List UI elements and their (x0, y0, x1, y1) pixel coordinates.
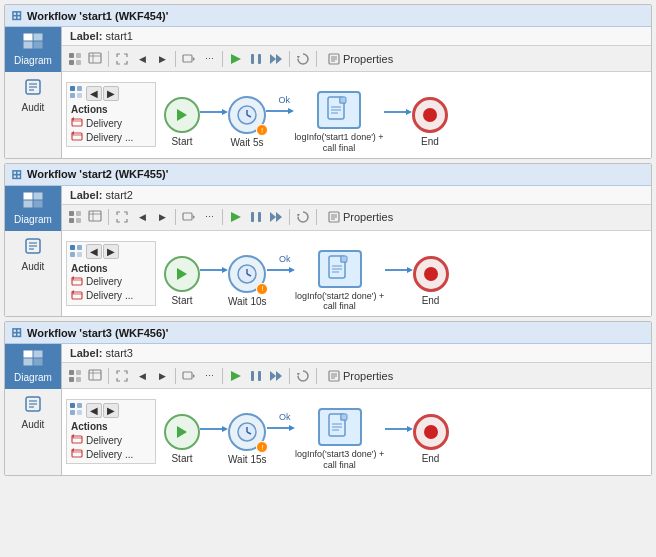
fit-btn-0[interactable] (113, 50, 131, 68)
clock-icon-0 (236, 104, 258, 126)
svg-rect-114 (69, 377, 74, 382)
more-btn-1[interactable]: ⋯ (200, 208, 218, 226)
pause-btn-0[interactable] (247, 50, 265, 68)
select-btn-0[interactable] (66, 50, 84, 68)
exec-btn-1[interactable] (227, 208, 245, 226)
arrow-svg-1-1 (200, 265, 228, 275)
list-item-text-2-0: Delivery (86, 435, 122, 446)
list-item-0-1[interactable]: Delivery ... (69, 130, 153, 144)
svg-rect-104 (24, 351, 32, 357)
move-btn-1[interactable] (180, 208, 198, 226)
node-wait-2-1[interactable]: ! Wait 15s (228, 398, 267, 465)
tab-diagram-0[interactable]: Diagram (5, 27, 61, 72)
fit-btn-2[interactable] (113, 367, 131, 385)
wait-badge-2: ! (256, 441, 268, 453)
refresh-btn-2[interactable] (294, 367, 312, 385)
list-item-2-0[interactable]: Delivery (69, 433, 153, 447)
play-icon-0 (174, 107, 190, 123)
svg-rect-12 (89, 53, 101, 63)
list-panel-2: ◀ ▶ Actions Delivery (66, 399, 156, 464)
start-circle-0[interactable] (164, 97, 200, 133)
list-nav-right-0[interactable]: ▶ (103, 86, 119, 101)
end-circle-2[interactable] (413, 414, 449, 450)
select-btn-2[interactable] (66, 367, 84, 385)
node-start-2-0[interactable]: Start (164, 399, 200, 464)
list-item-2-1[interactable]: Delivery ... (69, 447, 153, 461)
move-btn-2[interactable] (180, 367, 198, 385)
node-action-1-2[interactable]: logInfo('start2 done') + call final (295, 235, 385, 313)
tab-diagram-1[interactable]: Diagram (5, 186, 61, 231)
node-action-2-2[interactable]: logInfo('start3 done') + call final (295, 393, 385, 471)
node-wait-1-1[interactable]: ! Wait 10s (228, 240, 267, 307)
action-rect-1[interactable] (318, 250, 362, 288)
properties-btn-1[interactable]: Properties (321, 208, 400, 226)
wait-circle-0[interactable]: ! (228, 96, 266, 134)
nav-left-btn-0[interactable]: ◀ (133, 50, 151, 68)
node-start-1-0[interactable]: Start (164, 241, 200, 306)
list-item-1-1[interactable]: Delivery ... (69, 289, 153, 303)
node-start-0-0[interactable]: Start (164, 82, 200, 147)
node-end-2-3[interactable]: End (413, 399, 449, 464)
properties-btn-2[interactable]: Properties (321, 367, 400, 385)
workflow-header-0: ⊞ Workflow 'start1 (WKF454)' (5, 5, 651, 27)
more-btn-2[interactable]: ⋯ (200, 367, 218, 385)
node-action-0-2[interactable]: logInfo('start1 done') + call final (294, 76, 384, 154)
end-inner-0 (423, 108, 437, 122)
arrow-label-0-2: Ok (278, 95, 294, 105)
wait-circle-2[interactable]: ! (228, 413, 266, 451)
zoom-btn-2[interactable] (86, 367, 104, 385)
refresh-btn-1[interactable] (294, 208, 312, 226)
list-nav-left-1[interactable]: ◀ (86, 244, 102, 259)
stepbtn-1[interactable] (267, 208, 285, 226)
action-rect-2[interactable] (318, 408, 362, 446)
zoom-btn-1[interactable] (86, 208, 104, 226)
arrow-0-2: Ok (266, 95, 294, 116)
zoom-btn-0[interactable] (86, 50, 104, 68)
move-btn-0[interactable] (180, 50, 198, 68)
end-inner-1 (424, 267, 438, 281)
exec-btn-0[interactable] (227, 50, 245, 68)
workflow-header-1: ⊞ Workflow 'start2 (WKF455)' (5, 164, 651, 186)
stepbtn-0[interactable] (267, 50, 285, 68)
list-nav-right-2[interactable]: ▶ (103, 403, 119, 418)
nav-left-btn-1[interactable]: ◀ (133, 208, 151, 226)
list-nav-right-1[interactable]: ▶ (103, 244, 119, 259)
right-panel-0: Label: start1 ◀ ▶ ⋯ (62, 27, 651, 158)
list-item-0-0[interactable]: Delivery (69, 116, 153, 130)
fit-btn-1[interactable] (113, 208, 131, 226)
nav-left-btn-2[interactable]: ◀ (133, 367, 151, 385)
pause-btn-2[interactable] (247, 367, 265, 385)
start-circle-2[interactable] (164, 414, 200, 450)
action-rect-0[interactable] (317, 91, 361, 129)
label-key-1: Label: (70, 189, 102, 201)
nav-right-btn-1[interactable]: ▶ (153, 208, 171, 226)
node-end-1-3[interactable]: End (413, 241, 449, 306)
list-item-1-0[interactable]: Delivery (69, 275, 153, 289)
nav-right-btn-2[interactable]: ▶ (153, 367, 171, 385)
select-btn-1[interactable] (66, 208, 84, 226)
nav-right-btn-0[interactable]: ▶ (153, 50, 171, 68)
list-nav-1: ◀ ▶ (86, 244, 119, 259)
refresh-btn-0[interactable] (294, 50, 312, 68)
tab-audit-0[interactable]: Audit (5, 72, 61, 119)
start-circle-1[interactable] (164, 256, 200, 292)
tab-audit-2[interactable]: Audit (5, 389, 61, 436)
list-nav-left-2[interactable]: ◀ (86, 403, 102, 418)
stepbtn-2[interactable] (267, 367, 285, 385)
tab-audit-1[interactable]: Audit (5, 231, 61, 278)
diagram-area-0: ◀ ▶ Actions Delivery (62, 72, 651, 158)
svg-rect-9 (76, 53, 81, 58)
exec-btn-2[interactable] (227, 367, 245, 385)
svg-rect-2 (24, 42, 32, 48)
more-btn-0[interactable]: ⋯ (200, 50, 218, 68)
node-end-0-3[interactable]: End (412, 82, 448, 147)
end-circle-1[interactable] (413, 256, 449, 292)
end-circle-0[interactable] (412, 97, 448, 133)
properties-btn-0[interactable]: Properties (321, 50, 400, 68)
list-nav-left-0[interactable]: ◀ (86, 86, 102, 101)
wait-circle-1[interactable]: ! (228, 255, 266, 293)
svg-rect-62 (69, 218, 74, 223)
tab-diagram-2[interactable]: Diagram (5, 344, 61, 389)
pause-btn-1[interactable] (247, 208, 265, 226)
node-wait-0-1[interactable]: ! Wait 5s (228, 81, 266, 148)
